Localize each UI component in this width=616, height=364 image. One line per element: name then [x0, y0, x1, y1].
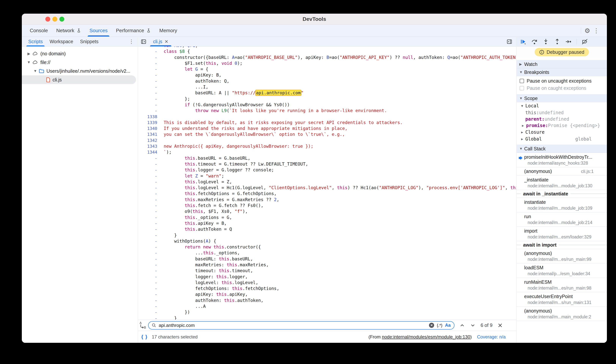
search-input[interactable]: api.anthropic.com ✕ (.*) Aa [148, 321, 454, 329]
line-number-gutter[interactable]: - [138, 78, 157, 84]
clear-search-icon[interactable]: ✕ [429, 323, 434, 328]
more-options-icon[interactable]: ⋮ [590, 28, 602, 34]
line-number-gutter[interactable]: - [138, 262, 157, 268]
scope-parent[interactable]: parent: undefined [517, 116, 607, 122]
settings-gear-icon[interactable]: ⚙ [585, 27, 590, 34]
line-number-gutter[interactable]: - [138, 155, 157, 161]
line-number-gutter[interactable]: - [138, 215, 157, 221]
line-number-gutter[interactable]: 1338 [138, 114, 157, 120]
tree-item-clijs[interactable]: cli.js [22, 75, 136, 84]
line-number-gutter[interactable]: - [138, 256, 157, 262]
pause-caught-checkbox[interactable] [520, 86, 524, 90]
line-number-gutter[interactable]: - [138, 226, 157, 232]
line-number-gutter[interactable]: - [138, 167, 157, 173]
line-number-gutter[interactable]: - [138, 161, 157, 167]
section-call-stack[interactable]: ▼ Call Stack [517, 145, 607, 153]
line-number-gutter[interactable]: - [138, 84, 157, 90]
section-watch[interactable]: ▶ Watch [517, 60, 607, 68]
section-scope[interactable]: ▼ Scope [517, 94, 607, 102]
line-number-gutter[interactable]: - [138, 66, 157, 72]
tab-snippets[interactable]: Snippets [77, 37, 102, 46]
line-number-gutter[interactable]: - [138, 268, 157, 274]
resume-script-icon[interactable] [520, 38, 527, 45]
scope-promise[interactable]: ▶promise: Promise {<pending>} [517, 122, 607, 129]
section-breakpoints[interactable]: ▼ Breakpoints [517, 68, 607, 76]
line-number-gutter[interactable]: - [138, 102, 157, 108]
editor-tab-clijs[interactable]: cli.js ✕ [149, 37, 173, 46]
callstack-frame[interactable]: runMainESMnode:internal/m...es/run_main:… [517, 278, 607, 292]
line-number-gutter[interactable]: 1339 [138, 120, 157, 126]
chevron-down-icon[interactable]: ▼ [33, 69, 37, 73]
callstack-frame[interactable]: (anonymous)node:internal/m...main_module… [517, 307, 607, 321]
callstack-frame[interactable]: (anonymous)node:internal/m...es/run_main… [517, 249, 607, 263]
chevron-right-icon[interactable]: ▶ [27, 52, 31, 56]
close-tab-icon[interactable]: ✕ [165, 39, 168, 44]
line-number-gutter[interactable]: 1340 [138, 126, 157, 131]
scope-global[interactable]: ▶Global global [517, 136, 607, 143]
step-icon[interactable] [565, 38, 572, 45]
scope-this[interactable]: this: undefined [517, 109, 607, 116]
line-number-gutter[interactable]: - [138, 60, 157, 66]
line-number-gutter[interactable]: - [138, 203, 157, 208]
line-number-gutter[interactable]: - [138, 232, 157, 238]
step-out-icon[interactable] [554, 38, 561, 45]
line-number-gutter[interactable]: - [138, 191, 157, 196]
line-number-gutter[interactable]: - [138, 108, 157, 114]
line-number-gutter[interactable]: - [138, 291, 157, 297]
line-number-gutter[interactable]: - [138, 72, 157, 78]
tree-item-no-domain[interactable]: ▶ (no domain) [22, 49, 138, 58]
callstack-frame[interactable]: instantiatenode:internal/m...module_job:… [517, 198, 607, 212]
pause-uncaught-checkbox[interactable] [520, 79, 524, 83]
close-search-button[interactable] [497, 323, 503, 328]
callstack-frame[interactable]: (anonymous)cli.js:1 [517, 167, 607, 176]
line-number-gutter[interactable]: - [138, 244, 157, 250]
tab-performance[interactable]: Performance [112, 25, 155, 37]
line-number-gutter[interactable]: - [138, 280, 157, 286]
collapse-navigator-icon[interactable] [138, 37, 149, 46]
line-number-gutter[interactable]: 1342 [138, 138, 157, 143]
line-number-gutter[interactable]: - [138, 90, 157, 96]
line-number-gutter[interactable]: - [138, 274, 157, 280]
regex-toggle[interactable]: (.*) [437, 323, 442, 328]
line-number-gutter[interactable]: 1343 [138, 143, 157, 149]
line-number-gutter[interactable]: - [138, 298, 157, 303]
previous-match-button[interactable] [459, 323, 465, 328]
line-number-gutter[interactable]: - [138, 238, 157, 244]
deactivate-breakpoints-icon[interactable] [581, 38, 588, 45]
tab-sources[interactable]: Sources [85, 25, 112, 37]
scope-closure[interactable]: ▶Closure [517, 129, 607, 136]
callstack-frame[interactable]: _instantiatenode:internal/m...module_job… [517, 176, 607, 190]
line-number-gutter[interactable]: - [138, 250, 157, 256]
code-viewport[interactable]: -var Xs0, $F1;-class $8 {- constructor({… [138, 47, 516, 320]
chevron-down-icon[interactable]: ▼ [27, 60, 31, 65]
line-number-gutter[interactable]: - [138, 54, 157, 60]
next-match-button[interactable] [470, 323, 476, 328]
line-number-gutter[interactable]: - [138, 303, 157, 309]
tab-console[interactable]: Console [26, 25, 52, 37]
coverage-link[interactable]: Coverage: n/a [477, 334, 506, 339]
navigator-more-icon[interactable]: ⋮ [129, 37, 138, 46]
tree-item-file-root[interactable]: ▼ file:// [22, 58, 138, 67]
line-number-gutter[interactable]: - [138, 179, 157, 185]
line-number-gutter[interactable]: 1344 [138, 149, 157, 155]
callstack-frame[interactable]: loadESMnode:internal/p.../esm_loader:34 [517, 263, 607, 278]
line-number-gutter[interactable]: - [138, 309, 157, 315]
tab-workspace[interactable]: Workspace [46, 37, 77, 46]
pretty-print-icon[interactable]: { } [141, 334, 148, 340]
step-over-icon[interactable] [531, 38, 538, 45]
match-case-toggle[interactable]: Aa [445, 323, 451, 328]
tree-item-folder[interactable]: ▼ Users/jinhuilee/.nvm/versions/node/v2.… [22, 67, 138, 75]
tab-network[interactable]: Network [52, 25, 85, 37]
line-number-gutter[interactable]: - [138, 47, 157, 49]
line-number-gutter[interactable]: - [138, 185, 157, 191]
callstack-frame[interactable]: importnode:internal/m...esm/loader:329 [517, 227, 607, 241]
replace-toggle-icon[interactable]: A B [138, 321, 148, 329]
callstack-frame[interactable]: runnode:internal/m...module_job:214 [517, 212, 607, 227]
callstack-frame[interactable]: executeUserEntryPointnode:internal/m...s… [517, 292, 607, 307]
line-number-gutter[interactable]: - [138, 315, 157, 320]
line-number-gutter[interactable]: 1341 [138, 131, 157, 137]
tab-scripts[interactable]: Scripts [25, 37, 46, 46]
source-origin-link[interactable]: node:internal/modules/esm/module_job:130 [382, 334, 470, 339]
line-number-gutter[interactable]: - [138, 221, 157, 226]
line-number-gutter[interactable]: - [138, 286, 157, 291]
